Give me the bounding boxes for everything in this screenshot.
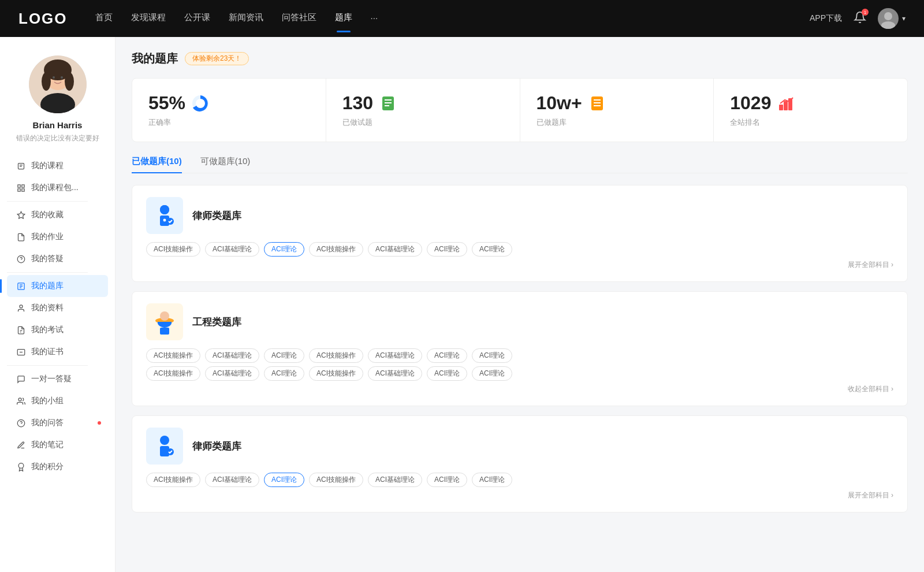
tag[interactable]: ACI技能操作 <box>309 242 363 257</box>
nav-qa[interactable]: 问答社区 <box>282 12 316 25</box>
tag[interactable]: ACI基础理论 <box>205 242 259 257</box>
sidebar-item-my-package[interactable]: 我的课程包... <box>7 177 108 199</box>
sidebar-label: 我的课程 <box>31 161 64 171</box>
tag-active[interactable]: ACI理论 <box>264 242 304 257</box>
nav-qbank[interactable]: 题库 <box>335 12 352 25</box>
sidebar-item-one-on-one[interactable]: 一对一答疑 <box>7 368 108 390</box>
answer-badge <box>98 421 101 425</box>
tag[interactable]: ACI技能操作 <box>309 473 363 487</box>
sidebar-divider <box>7 201 88 202</box>
done-questions-label: 已做试题 <box>342 117 504 128</box>
tag[interactable]: ACI技能操作 <box>146 348 200 363</box>
qbank-card-lawyer1: 律师类题库 ACI技能操作 ACI基础理论 ACI理论 ACI技能操作 ACI基… <box>132 185 908 282</box>
sidebar-item-my-qaask[interactable]: 我的答疑 <box>7 248 108 270</box>
logo: LOGO <box>18 10 68 28</box>
tabs-row: 已做题库(10) 可做题库(10) <box>132 156 908 173</box>
tag[interactable]: ACI理论 <box>472 473 512 487</box>
sidebar-item-my-group[interactable]: 我的小组 <box>7 390 108 412</box>
sidebar-item-my-course[interactable]: 我的课程 <box>7 155 108 177</box>
sidebar-item-my-qbank[interactable]: 我的题库 <box>7 275 108 297</box>
my-group-icon <box>16 396 25 406</box>
sidebar-item-my-notes[interactable]: 我的笔记 <box>7 434 108 456</box>
stat-top: 55% <box>148 92 310 114</box>
tag[interactable]: ACI理论 <box>427 366 467 381</box>
sidebar-item-my-profile[interactable]: 我的资料 <box>7 297 108 319</box>
stat-top: 10w+ <box>536 92 698 114</box>
sidebar-label: 一对一答疑 <box>31 374 72 384</box>
tag[interactable]: ACI基础理论 <box>368 366 422 381</box>
tag[interactable]: ACI理论 <box>472 366 512 381</box>
accuracy-value: 55% <box>148 92 185 114</box>
tag[interactable]: ACI理论 <box>427 473 467 487</box>
tag[interactable]: ACI技能操作 <box>146 473 200 487</box>
svg-point-0 <box>884 12 892 20</box>
tag[interactable]: ACI基础理论 <box>368 242 422 257</box>
svg-rect-55 <box>160 328 169 335</box>
rank-label: 全站排名 <box>730 117 891 128</box>
tag[interactable]: ACI技能操作 <box>309 348 363 363</box>
my-points-icon <box>16 462 25 471</box>
sidebar-label: 我的题库 <box>31 281 64 291</box>
tab-available[interactable]: 可做题库(10) <box>200 156 251 173</box>
sidebar-label: 我的积分 <box>31 462 64 472</box>
nav-home[interactable]: 首页 <box>95 12 113 25</box>
tag[interactable]: ACI技能操作 <box>309 366 363 381</box>
tag[interactable]: ACI基础理论 <box>205 366 259 381</box>
tab-done[interactable]: 已做题库(10) <box>132 156 182 173</box>
sidebar-divider3 <box>7 365 88 366</box>
expand-link-1[interactable]: 展开全部科目 › <box>146 260 893 270</box>
svg-point-8 <box>53 76 55 79</box>
tag-active[interactable]: ACI理论 <box>264 473 304 487</box>
sidebar: Brian Harris 错误的决定比没有决定要好 我的课程 我的课程包... <box>0 37 116 572</box>
tag[interactable]: ACI理论 <box>264 348 304 363</box>
sidebar-menu: 我的课程 我的课程包... 我的收藏 我的作业 <box>0 155 115 478</box>
qbank-header: 律师类题库 <box>146 197 893 234</box>
nav-discover[interactable]: 发现课程 <box>131 12 166 25</box>
my-answer-icon <box>16 418 25 428</box>
lawyer-icon2 <box>146 428 183 465</box>
svg-point-33 <box>18 463 24 468</box>
app-download-button[interactable]: APP下载 <box>810 13 842 24</box>
sidebar-item-my-work[interactable]: 我的作业 <box>7 226 108 248</box>
notification-button[interactable]: 1 <box>854 11 866 26</box>
sidebar-item-my-collect[interactable]: 我的收藏 <box>7 204 108 226</box>
stat-done-questions: 130 已做试题 <box>326 79 520 142</box>
nav-open[interactable]: 公开课 <box>184 12 210 25</box>
my-qaask-icon <box>16 254 25 263</box>
tag[interactable]: ACI技能操作 <box>146 366 200 381</box>
sidebar-label: 我的小组 <box>31 396 64 406</box>
expand-link-3[interactable]: 展开全部科目 › <box>146 491 893 500</box>
trial-badge: 体验剩余23天！ <box>185 52 249 65</box>
tag[interactable]: ACI技能操作 <box>146 242 200 257</box>
main-content: 我的题库 体验剩余23天！ 55% 正确 <box>116 37 924 572</box>
sidebar-label: 我的课程包... <box>31 183 79 193</box>
nav-more[interactable]: ··· <box>371 13 378 25</box>
chevron-down-icon: ▾ <box>902 14 906 23</box>
rank-icon <box>777 94 795 113</box>
user-avatar-button[interactable]: ▾ <box>878 8 906 29</box>
sidebar-item-my-answer[interactable]: 我的问答 <box>7 412 108 434</box>
svg-point-1 <box>881 21 895 29</box>
sidebar-item-my-cert[interactable]: 我的证书 <box>7 341 108 363</box>
stat-top: 130 <box>342 92 504 114</box>
tag[interactable]: ACI基础理论 <box>368 348 422 363</box>
tag[interactable]: ACI基础理论 <box>205 473 259 487</box>
sidebar-item-my-exam[interactable]: 我的考试 <box>7 319 108 341</box>
tag[interactable]: ACI基础理论 <box>205 348 259 363</box>
svg-point-30 <box>18 398 21 400</box>
collapse-link-2[interactable]: 收起全部科目 › <box>146 384 893 394</box>
tag[interactable]: ACI基础理论 <box>368 473 422 487</box>
tag[interactable]: ACI理论 <box>427 242 467 257</box>
sidebar-item-my-points[interactable]: 我的积分 <box>7 456 108 478</box>
nav-menu: 首页 发现课程 公开课 新闻资讯 问答社区 题库 ··· <box>95 12 810 25</box>
my-exam-icon <box>16 325 25 335</box>
svg-point-54 <box>160 311 169 321</box>
my-collect-icon <box>16 210 25 220</box>
svg-rect-10 <box>46 97 69 113</box>
sidebar-label: 我的答疑 <box>31 254 64 264</box>
tag[interactable]: ACI理论 <box>472 348 512 363</box>
tag[interactable]: ACI理论 <box>264 366 304 381</box>
tag[interactable]: ACI理论 <box>472 242 512 257</box>
tag[interactable]: ACI理论 <box>427 348 467 363</box>
nav-news[interactable]: 新闻资讯 <box>229 12 263 25</box>
